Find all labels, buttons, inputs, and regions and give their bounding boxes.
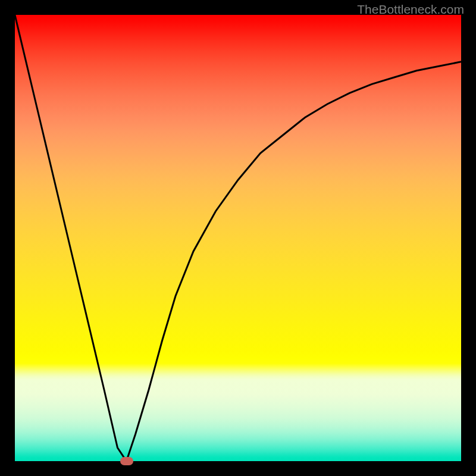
- minimum-point-marker: [120, 457, 133, 465]
- bottleneck-curve: [15, 15, 461, 461]
- chart-plot-area: [15, 15, 461, 461]
- watermark-text: TheBottleneck.com: [357, 2, 464, 17]
